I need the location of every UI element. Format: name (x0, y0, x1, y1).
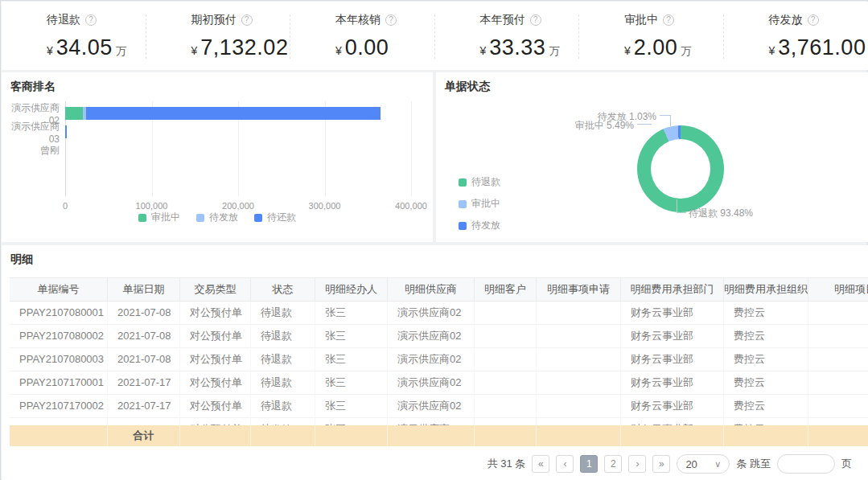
legend-swatch (459, 222, 467, 230)
detail-table: 单据编号单据日期交易类型状态明细经办人明细供应商明细客户明细事项申请明细费用承担… (10, 277, 868, 446)
x-tick-label: 200,000 (222, 201, 254, 211)
table-cell: 对公预付单 (180, 348, 251, 371)
column-header-9: 明细费用承担部门 (621, 278, 724, 302)
x-tick-label: 400,000 (395, 201, 427, 211)
total-cell (315, 425, 388, 446)
y-category-label: 曾刚 (3, 144, 60, 158)
page-button-1[interactable]: 1 (580, 455, 598, 473)
column-header-6: 明细供应商 (388, 278, 475, 302)
table-cell (537, 302, 621, 325)
help-icon[interactable]: ? (385, 14, 397, 26)
doc-status-donut-chart: 待发放 1.03%审批中 5.49%待退款 93.48%待退款审批中待发放 (436, 72, 868, 242)
bar-segment[interactable] (86, 107, 381, 120)
legend-swatch (138, 214, 146, 222)
kpi-card-4: 本年预付?¥33.33万 (435, 2, 580, 70)
help-icon[interactable]: ? (241, 14, 253, 26)
callout-daituikuan: 待退款 93.48% (689, 207, 753, 220)
table-cell: 财务云事业部 (621, 348, 724, 371)
table-total-row: 合计 (10, 425, 868, 446)
column-header-10: 明细费用承担组织 (724, 278, 808, 302)
jump-page-input[interactable] (777, 454, 835, 474)
kpi-card-3: 本年核销?¥0.00 (290, 2, 435, 70)
table-cell (808, 395, 868, 418)
table-cell (808, 302, 868, 325)
currency-symbol: ¥ (191, 44, 198, 57)
page-size-value: 20 (685, 458, 697, 470)
table-cell: 费控云 (724, 302, 808, 325)
table-cell: 演示供应商02 (388, 325, 475, 348)
column-header-4: 状态 (251, 278, 315, 302)
dashboard-page: 待退款?¥34.05万期初预付?¥7,132.02本年核销?¥0.00本年预付?… (0, 0, 868, 480)
chevron-down-icon: ∨ (714, 459, 721, 470)
page-button-2[interactable]: 2 (604, 455, 622, 473)
help-icon[interactable]: ? (808, 14, 819, 26)
legend-item[interactable]: 审批中 (459, 197, 500, 211)
table-row[interactable]: PPAY21070800022021-07-08对公预付单待退款张三演示供应商0… (10, 325, 868, 348)
supplier-ranking-bar-chart: 0100,000200,000300,000400,000演示供应商02演示供应… (2, 72, 433, 242)
total-cell (621, 425, 724, 446)
legend-item[interactable]: 待退款 (459, 175, 500, 189)
callout-shenpizhong: 审批中 5.49% (575, 119, 634, 133)
total-count: 共 31 条 (487, 457, 526, 471)
x-tick-label: 100,000 (136, 201, 168, 211)
table-cell: 张三 (315, 371, 388, 395)
table-cell (808, 371, 868, 395)
column-header-2: 单据日期 (108, 278, 180, 302)
legend-item[interactable]: 待发放 (196, 211, 238, 224)
help-icon[interactable]: ? (85, 14, 97, 26)
table-cell (808, 348, 868, 371)
kpi-label: 期初预付 (191, 13, 237, 27)
prev-page-button[interactable]: ‹ (556, 455, 574, 473)
bar-segment[interactable] (65, 107, 83, 120)
help-icon[interactable]: ? (663, 14, 674, 26)
table-cell: 财务云事业部 (621, 371, 724, 395)
x-tick-label: 300,000 (309, 201, 341, 211)
x-tick-label: 0 (63, 201, 68, 211)
first-page-button[interactable]: « (532, 455, 549, 473)
next-page-button[interactable]: › (628, 455, 646, 473)
kpi-value: 2.00 (634, 35, 678, 60)
doc-status-card: 单据状态 待发放 1.03%审批中 5.49%待退款 93.48%待退款审批中待… (436, 72, 868, 242)
table-cell (475, 302, 537, 325)
last-page-button[interactable]: » (652, 455, 670, 473)
table-cell: 费控云 (724, 348, 808, 371)
currency-symbol: ¥ (480, 44, 487, 57)
table-cell (537, 395, 621, 418)
legend-item[interactable]: 待发放 (459, 219, 500, 232)
bar-chart-legend: 审批中待发放待还款 (2, 211, 433, 224)
legend-label: 待退款 (471, 175, 500, 189)
table-cell: 费控云 (724, 371, 808, 395)
table-row[interactable]: PPAY21071700022021-07-17对公预付单待退款张三演示供应商0… (10, 395, 868, 418)
total-cell (180, 425, 251, 446)
legend-label: 待还款 (267, 211, 296, 224)
total-cell (388, 425, 475, 446)
kpi-value: 3,761.00 (778, 35, 866, 60)
legend-item[interactable]: 待还款 (254, 211, 296, 224)
table-header-row: 单据编号单据日期交易类型状态明细经办人明细供应商明细客户明细事项申请明细费用承担… (10, 277, 868, 302)
table-cell (537, 325, 621, 348)
table-cell: 财务云事业部 (621, 325, 724, 348)
help-icon[interactable]: ? (530, 14, 541, 26)
kpi-unit: 万 (681, 44, 691, 59)
detail-card: 明细 单据编号单据日期交易类型状态明细经办人明细供应商明细客户明细事项申请明细费… (2, 245, 868, 480)
table-cell: 待退款 (251, 371, 315, 395)
column-header-1: 单据编号 (10, 278, 108, 302)
table-cell: 张三 (315, 348, 388, 371)
page-size-select[interactable]: 20∨ (677, 454, 730, 474)
currency-symbol: ¥ (335, 44, 342, 57)
table-cell: PPAY2107080003 (10, 348, 108, 371)
table-body: PPAY21070800012021-07-08对公预付单待退款张三演示供应商0… (10, 302, 868, 426)
y-category-label: 演示供应商03 (3, 120, 60, 145)
legend-item[interactable]: 审批中 (138, 211, 180, 224)
kpi-card-6: 待发放?¥3,761.00 (724, 2, 868, 70)
table-row[interactable]: PPAY21070800012021-07-08对公预付单待退款张三演示供应商0… (10, 302, 868, 325)
table-row[interactable]: PPAY21071700012021-07-17对公预付单待退款张三演示供应商0… (10, 371, 868, 395)
table-cell: 待退款 (251, 348, 315, 371)
table-row[interactable]: PPAY21070800032021-07-08对公预付单待退款张三演示供应商0… (10, 348, 868, 371)
table-cell (537, 348, 621, 371)
bar-segment[interactable] (65, 125, 67, 138)
table-cell (475, 348, 537, 371)
table-cell: 待退款 (251, 395, 315, 418)
kpi-value: 0.00 (345, 35, 389, 60)
kpi-unit: 万 (116, 44, 126, 59)
